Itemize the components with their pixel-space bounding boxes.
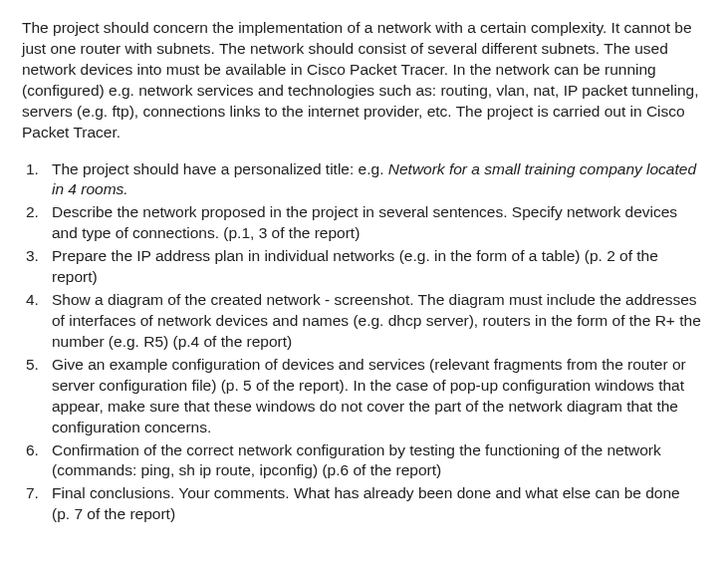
item-text: Final conclusions. Your comments. What h… <box>52 484 680 522</box>
list-item: 5. Give an example configuration of devi… <box>22 355 702 438</box>
list-item: 2. Describe the network proposed in the … <box>22 202 702 244</box>
list-item: 7. Final conclusions. Your comments. Wha… <box>22 483 702 525</box>
item-text: Prepare the IP address plan in individua… <box>52 247 658 285</box>
list-item: 1. The project should have a personalize… <box>22 159 702 201</box>
list-item: 3. Prepare the IP address plan in indivi… <box>22 246 702 288</box>
item-number: 6. <box>26 440 39 461</box>
item-text: Give an example configuration of devices… <box>52 356 686 435</box>
item-number: 3. <box>26 246 39 267</box>
item-text: Confirmation of the correct network conf… <box>52 441 661 479</box>
item-number: 4. <box>26 290 39 311</box>
intro-paragraph: The project should concern the implement… <box>22 18 702 143</box>
item-text: The project should have a personalized t… <box>52 160 388 177</box>
item-number: 7. <box>26 483 39 504</box>
item-number: 5. <box>26 355 39 376</box>
numbered-list: 1. The project should have a personalize… <box>22 159 702 526</box>
list-item: 6. Confirmation of the correct network c… <box>22 440 702 482</box>
item-number: 1. <box>26 159 39 180</box>
item-text: Describe the network proposed in the pro… <box>52 203 677 241</box>
item-number: 2. <box>26 202 39 223</box>
list-item: 4. Show a diagram of the created network… <box>22 290 702 353</box>
item-text: Show a diagram of the created network - … <box>52 291 701 350</box>
